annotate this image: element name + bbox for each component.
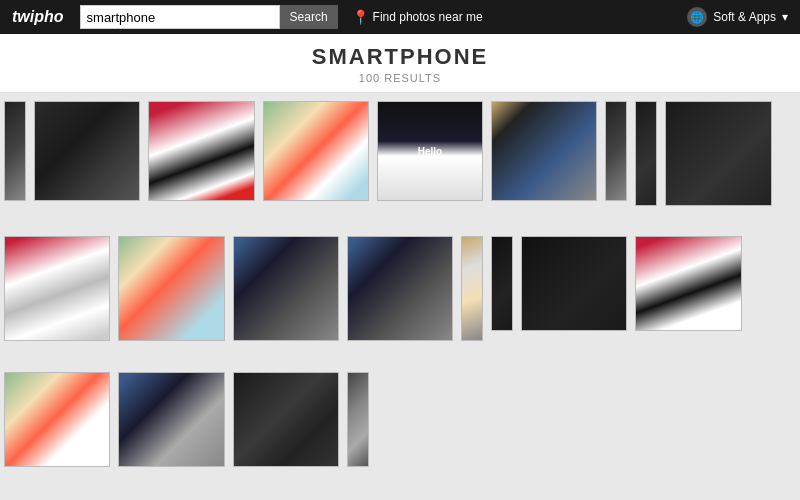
list-item[interactable] [517,232,631,367]
title-area: SMARTPHONE 100 RESULTS [0,34,800,93]
list-item[interactable] [601,97,631,232]
list-item[interactable] [144,97,258,232]
hello-text: Hello [418,146,442,157]
list-item[interactable] [259,97,373,232]
list-item[interactable]: Hello [373,97,487,232]
list-item[interactable] [487,232,517,367]
list-item[interactable] [343,232,457,367]
list-item[interactable] [0,97,30,232]
list-item[interactable] [114,232,228,367]
list-item[interactable] [0,368,114,493]
list-item[interactable] [631,97,661,232]
list-item[interactable] [661,97,775,232]
search-button[interactable]: Search [280,5,338,29]
list-item[interactable] [343,368,373,493]
list-item[interactable] [487,97,601,232]
chevron-down-icon: ▾ [782,10,788,24]
soft-apps-button[interactable]: 🌐 Soft & Apps ▾ [687,7,788,27]
list-item[interactable] [114,368,228,493]
results-count: 100 RESULTS [0,72,800,84]
list-item[interactable] [0,232,114,367]
page-title: SMARTPHONE [0,44,800,70]
list-item[interactable] [229,368,343,493]
navbar: twipho Search 📍 Find photos near me 🌐 So… [0,0,800,34]
list-item[interactable] [631,232,745,367]
globe-icon: 🌐 [687,7,707,27]
photos-grid: Hello [0,93,800,497]
location-pin-icon: 📍 [352,9,369,25]
logo: twipho [12,8,64,26]
soft-apps-label: Soft & Apps [713,10,776,24]
list-item[interactable] [30,97,144,232]
search-input[interactable] [80,5,280,29]
list-item[interactable] [457,232,487,367]
find-photos-button[interactable]: 📍 Find photos near me [352,9,483,25]
list-item[interactable] [229,232,343,367]
find-photos-label: Find photos near me [373,10,483,24]
search-form: Search [80,5,338,29]
